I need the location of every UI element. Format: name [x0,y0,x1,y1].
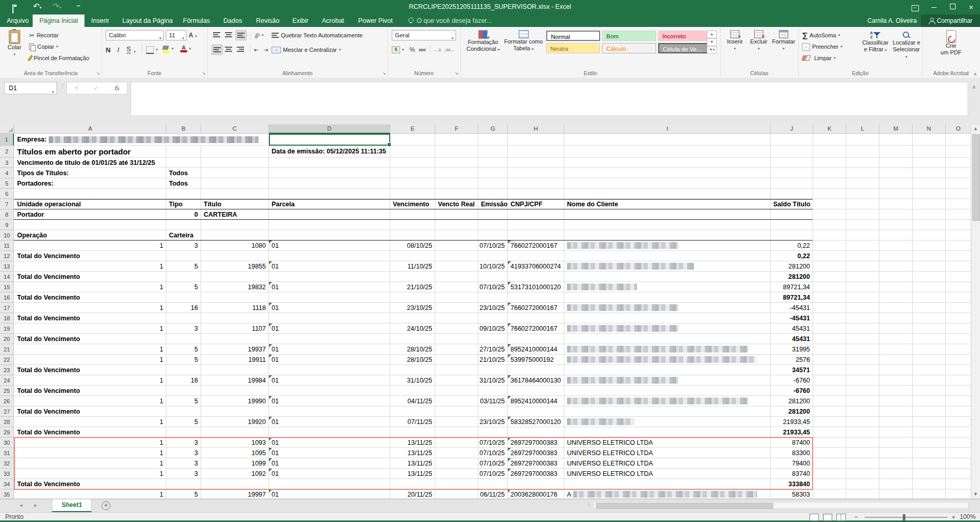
cell-G12[interactable] [478,251,508,261]
cell-F7[interactable]: Vencto Real [435,199,478,209]
cell-H12[interactable] [508,251,564,261]
cell-F13[interactable] [435,261,478,272]
underline-dropdown-icon[interactable]: ▾ [134,47,136,57]
cell-A30[interactable]: 1 [15,438,166,448]
cell-C14[interactable] [201,272,269,282]
cell-G22[interactable]: 21/10/25 [478,355,508,365]
cell-M26[interactable] [879,396,913,406]
cell-G2[interactable] [478,146,508,158]
cell-I23[interactable] [564,365,771,375]
cell-A24[interactable]: 1 [15,375,166,386]
decrease-indent-icon[interactable]: ⇤ [254,45,259,55]
cell-L29[interactable] [846,427,879,438]
ribbon-display-options-icon[interactable]: ^ [906,0,924,15]
sheet-tab-sheet1[interactable]: Sheet1 [52,499,92,512]
cell-G4[interactable] [478,168,508,178]
cell-style-neutra[interactable]: Neutra [546,43,600,53]
cell-I3[interactable] [564,158,771,168]
zoom-slider[interactable] [864,517,947,518]
cell-A3[interactable]: Vencimento de título de 01/01/25 até 31/… [15,158,166,168]
cell-K22[interactable] [813,355,846,365]
cell-J28[interactable]: 21933,45 [771,417,813,427]
cell-B31[interactable]: 3 [166,448,201,458]
cell-I34[interactable] [564,479,771,489]
row-header-12[interactable]: 12 [0,251,14,261]
cell-M3[interactable] [879,158,913,168]
col-header-C[interactable]: C [201,124,269,134]
cell-I20[interactable] [564,334,771,344]
cell-B33[interactable]: 3 [166,469,201,479]
cell-F33[interactable] [435,469,478,479]
cell-J34[interactable]: 333840 [771,479,813,489]
cell-N1[interactable] [913,134,946,146]
cell-A14[interactable]: Total do Vencimento [15,272,166,282]
cell-O22[interactable] [946,355,971,365]
format-painter-button[interactable]: Pincel de Formatação [29,53,89,63]
tell-me-search[interactable]: O que você deseja fazer... [408,15,492,27]
row-header-13[interactable]: 13 [0,261,14,272]
cell-N27[interactable] [913,406,946,417]
cell-I5[interactable] [564,178,771,189]
cell-M10[interactable] [879,230,913,241]
cell-F3[interactable] [435,158,478,168]
zoom-out-icon[interactable]: − [854,513,858,521]
align-right-icon[interactable] [235,45,246,54]
cell-H25[interactable] [508,386,564,396]
cell-E6[interactable] [390,189,435,199]
tab-layout-da-pagina[interactable]: Layout da Página [116,15,179,27]
cell-B28[interactable]: 5 [166,417,201,427]
cell-H27[interactable] [508,406,564,417]
cell-D8[interactable] [269,209,390,220]
cell-D1[interactable] [269,134,390,146]
cell-H20[interactable] [508,334,564,344]
cell-F12[interactable] [435,251,478,261]
cell-I27[interactable] [564,406,771,417]
cell-B20[interactable] [166,334,201,344]
cell-E7[interactable]: Vencimento [390,199,435,209]
cell-B26[interactable]: 5 [166,396,201,406]
cell-D32[interactable]: 01 [269,458,390,469]
cell-J1[interactable] [771,134,813,146]
cell-L28[interactable] [846,417,879,427]
cell-L17[interactable] [846,303,879,313]
row-header-25[interactable]: 25 [0,386,14,396]
cell-F15[interactable] [435,282,478,292]
insert-cells-button[interactable]: + Inserir▾ [723,30,746,52]
cell-K18[interactable] [813,313,846,323]
cell-L4[interactable] [846,168,879,178]
cell-M7[interactable] [879,199,913,209]
find-select-button[interactable]: Localizar eSelecionar ▾ [891,31,921,60]
cell-K5[interactable] [813,178,846,189]
cell-D22[interactable]: 01 [269,355,390,365]
cell-H13[interactable]: 41933706000274 [508,261,564,272]
cell-M21[interactable] [879,344,913,355]
comma-style-button[interactable]: 000 [419,45,425,55]
cell-B13[interactable]: 5 [166,261,201,272]
cell-C8[interactable]: CARTEIRA [201,209,269,220]
cell-M1[interactable] [879,134,913,146]
cell-F1[interactable] [435,134,478,146]
cell-G24[interactable]: 31/10/25 [478,375,508,386]
cell-E21[interactable]: 28/10/25 [390,344,435,355]
cell-C22[interactable]: 19911 [201,355,269,365]
cell-H17[interactable]: 7660272000167 [508,303,564,313]
cell-A1[interactable]: Empresa: [15,134,166,146]
cell-B19[interactable]: 3 [166,323,201,334]
cell-J13[interactable]: 281200 [771,261,813,272]
cell-N32[interactable] [913,458,946,469]
cell-H2[interactable] [508,146,564,158]
cell-N9[interactable] [913,220,946,230]
cell-D25[interactable] [269,386,390,396]
cell-H14[interactable] [508,272,564,282]
cell-D13[interactable]: 01 [269,261,390,272]
row-header-8[interactable]: 8 [0,209,14,220]
scroll-down-icon[interactable]: ▼ [971,490,980,499]
cell-C20[interactable] [201,334,269,344]
cell-F20[interactable] [435,334,478,344]
enter-icon[interactable]: ✓ [94,84,99,92]
sheet-nav-right-icon[interactable]: ▸ [34,502,37,509]
align-left-icon[interactable] [211,45,223,55]
cell-K21[interactable] [813,344,846,355]
cell-G30[interactable]: 07/10/25 [478,438,508,448]
cell-M13[interactable] [879,261,913,272]
